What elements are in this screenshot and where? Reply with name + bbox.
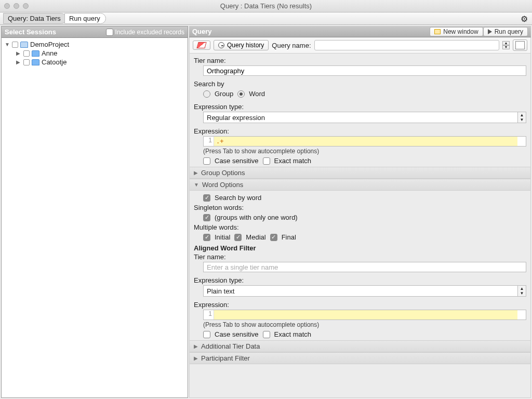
- folder-icon: [32, 59, 39, 65]
- sessions-title: Select Sessions: [5, 28, 56, 36]
- initial-checkbox[interactable]: [203, 234, 210, 241]
- expression-editor[interactable]: 1: [203, 136, 526, 147]
- singleton-label: Singleton words:: [194, 204, 526, 211]
- chevron-right-icon: ▶: [194, 355, 198, 361]
- include-excluded-toggle[interactable]: Include excluded records: [106, 29, 184, 36]
- save-query-button[interactable]: [513, 39, 527, 51]
- tree-label: DemoProject: [30, 41, 69, 48]
- multiple-label: Multiple words:: [194, 223, 526, 231]
- af-expression-input[interactable]: [214, 310, 517, 320]
- word-options-header[interactable]: ▼ Word Options: [190, 179, 530, 191]
- include-excluded-checkbox[interactable]: [106, 29, 113, 36]
- query-name-stepper[interactable]: ▲▼: [502, 41, 510, 49]
- radio-word-label: Word: [249, 90, 265, 98]
- singleton-checkbox[interactable]: [203, 214, 210, 221]
- radio-group-label: Group: [215, 90, 233, 98]
- breadcrumb-current[interactable]: Run query: [64, 13, 106, 24]
- af-expression-type-select[interactable]: Plain text ▲▼: [203, 285, 526, 297]
- save-icon: [515, 41, 525, 49]
- exact-match-checkbox[interactable]: [263, 157, 270, 165]
- titlebar: Query : Data Tiers (No results): [0, 0, 532, 12]
- sessions-panel: Select Sessions Include excluded records…: [1, 26, 188, 398]
- search-by-word-checkbox[interactable]: [203, 194, 210, 202]
- tree-child[interactable]: ▶ Catootje: [5, 58, 184, 66]
- group-options-header[interactable]: ▶ Group Options: [190, 167, 530, 179]
- sessions-header: Select Sessions Include excluded records: [2, 26, 188, 38]
- folder-open-icon: [20, 42, 28, 48]
- eraser-icon: [196, 42, 206, 48]
- tree-root[interactable]: ▼ DemoProject: [5, 40, 184, 49]
- query-header: Query New window Run query: [189, 26, 531, 37]
- disclosure-icon[interactable]: ▶: [16, 59, 21, 65]
- tree-checkbox[interactable]: [12, 42, 18, 48]
- af-exact-match-checkbox[interactable]: [263, 331, 270, 338]
- close-light[interactable]: [4, 3, 10, 9]
- play-icon: [488, 29, 492, 34]
- case-sensitive-checkbox[interactable]: [203, 157, 210, 165]
- af-tier-name-input[interactable]: [203, 262, 526, 272]
- additional-tier-data-header[interactable]: ▶ Additional Tier Data: [190, 340, 530, 352]
- query-toolbar: Query history Query name: ▲▼: [189, 37, 531, 54]
- expression-label: Expression:: [194, 127, 526, 135]
- history-icon: [218, 42, 224, 48]
- tree-checkbox[interactable]: [23, 59, 30, 65]
- chevron-right-icon: ▶: [194, 343, 198, 349]
- query-name-input[interactable]: [314, 40, 499, 50]
- breadcrumb-bar: Query: Data Tiers Run query ⚙: [0, 12, 532, 25]
- radio-word[interactable]: [237, 90, 245, 98]
- folder-icon: [32, 50, 39, 57]
- search-by-word-label: Search by word: [215, 194, 261, 202]
- af-expression-type-label: Expression type:: [194, 276, 526, 284]
- select-arrows-icon[interactable]: ▲▼: [518, 112, 526, 123]
- chevron-down-icon: ▼: [194, 182, 199, 188]
- zoom-light[interactable]: [23, 3, 29, 9]
- expression-type-select[interactable]: Regular expression ▲▼: [203, 112, 526, 123]
- radio-group[interactable]: [203, 90, 210, 98]
- window-controls: [4, 3, 29, 9]
- clear-button[interactable]: [193, 41, 210, 50]
- af-case-sensitive-checkbox[interactable]: [203, 331, 210, 338]
- autocomplete-hint-2: (Press Tab to show autocomplete options): [203, 320, 526, 329]
- disclosure-icon[interactable]: ▶: [16, 50, 21, 56]
- session-tree[interactable]: ▼ DemoProject ▶ Anne ▶ Catootje: [2, 38, 188, 397]
- singleton-desc: (groups with only one word): [215, 214, 298, 221]
- case-sensitive-label: Case sensitive: [215, 157, 259, 165]
- tier-name-label: Tier name:: [194, 57, 526, 64]
- query-history-button[interactable]: Query history: [214, 40, 269, 50]
- medial-checkbox[interactable]: [234, 234, 242, 241]
- query-title: Query: [192, 28, 212, 35]
- exact-match-label: Exact match: [274, 157, 312, 165]
- search-by-label: Search by: [194, 80, 526, 88]
- minimize-light[interactable]: [14, 3, 19, 9]
- tree-child[interactable]: ▶ Anne: [5, 49, 184, 58]
- gear-icon[interactable]: ⚙: [521, 14, 528, 24]
- tier-name-input[interactable]: [203, 65, 526, 76]
- new-window-button[interactable]: New window: [430, 27, 483, 36]
- run-query-button[interactable]: Run query: [483, 27, 528, 36]
- select-arrows-icon[interactable]: ▲▼: [518, 285, 526, 297]
- af-expression-editor[interactable]: 1: [203, 310, 526, 320]
- autocomplete-hint: (Press Tab to show autocomplete options): [203, 147, 526, 156]
- tree-checkbox[interactable]: [23, 50, 30, 57]
- af-expression-label: Expression:: [194, 301, 526, 309]
- line-gutter: 1: [204, 310, 214, 320]
- line-gutter: 1: [204, 137, 214, 146]
- query-name-label: Query name:: [272, 42, 311, 49]
- af-tier-name-label: Tier name:: [194, 253, 526, 261]
- breadcrumb-root[interactable]: Query: Data Tiers: [3, 13, 66, 24]
- query-form: Tier name: Search by Group Word Expressi…: [189, 54, 531, 398]
- chevron-right-icon: ▶: [194, 170, 198, 176]
- disclosure-icon[interactable]: ▼: [5, 42, 10, 47]
- tree-label: Anne: [42, 49, 57, 57]
- participant-filter-header[interactable]: ▶ Participant Filter: [190, 352, 530, 364]
- query-panel: Query New window Run query Query history…: [189, 26, 531, 398]
- expression-type-label: Expression type:: [194, 103, 526, 111]
- new-window-icon: [434, 29, 441, 34]
- final-checkbox[interactable]: [270, 234, 277, 241]
- tree-label: Catootje: [42, 58, 66, 66]
- aligned-filter-title: Aligned Word Filter: [194, 244, 526, 252]
- expression-input[interactable]: [214, 137, 517, 146]
- window-title: Query : Data Tiers (No results): [0, 2, 532, 10]
